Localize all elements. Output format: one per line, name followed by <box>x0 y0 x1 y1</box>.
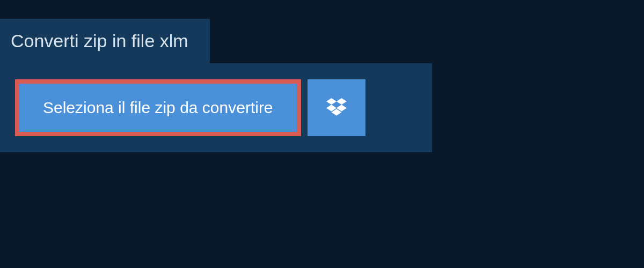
tab-header: Converti zip in file xlm <box>0 19 210 63</box>
dropbox-button[interactable] <box>308 79 365 136</box>
button-row: Seleziona il file zip da convertire <box>15 79 417 136</box>
dropbox-icon <box>326 98 347 117</box>
select-file-button[interactable]: Seleziona il file zip da convertire <box>15 79 301 136</box>
converter-panel: Seleziona il file zip da convertire <box>0 63 432 152</box>
tab-title: Converti zip in file xlm <box>11 31 188 51</box>
